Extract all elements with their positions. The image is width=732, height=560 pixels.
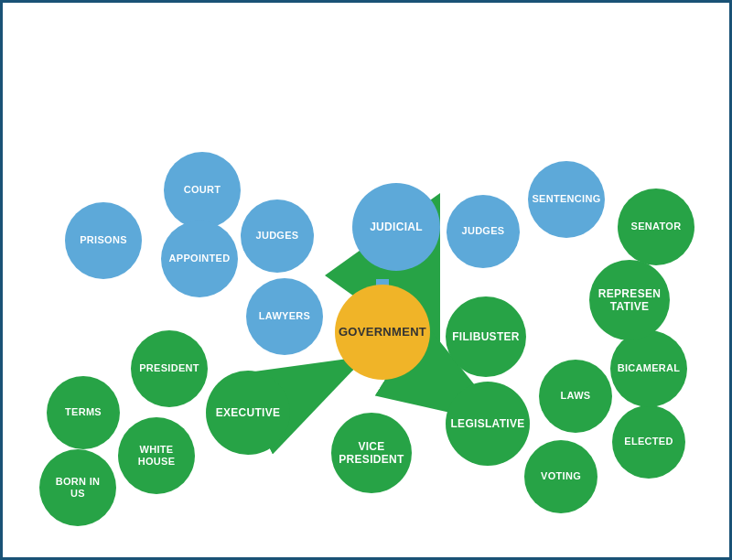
node-president: PRESIDENT xyxy=(131,330,208,407)
node-voting: VOTING xyxy=(524,440,597,513)
node-lawyers: LAWYERS xyxy=(246,278,323,355)
node-court: COURT xyxy=(164,152,241,229)
node-bornius: BORN INUS xyxy=(39,449,116,526)
map-area: GOVERNMENTJUDICIALCOURTJUDGESJUDGESSENTE… xyxy=(3,58,732,552)
node-vicepresident: VICEPRESIDENT xyxy=(331,413,412,493)
node-whitehouse: WHITEHOUSE xyxy=(118,417,195,494)
page-title xyxy=(3,3,729,19)
node-terms: TERMS xyxy=(47,376,120,449)
node-representative: REPRESENTATIVE xyxy=(589,260,670,340)
node-bicameral: BICAMERAL xyxy=(610,330,687,407)
svg-line-6 xyxy=(416,369,453,392)
node-laws: LAWS xyxy=(539,360,612,433)
node-filibuster: FILIBUSTER xyxy=(446,296,526,377)
page: GOVERNMENTJUDICIALCOURTJUDGESJUDGESSENTE… xyxy=(0,0,732,560)
node-elected: ELECTED xyxy=(612,405,685,479)
node-sentencing: SENTENCING xyxy=(528,161,605,238)
node-executive: EXECUTIVE xyxy=(206,371,290,455)
node-government: GOVERNMENT xyxy=(335,285,430,380)
node-judicial: JUDICIAL xyxy=(352,183,440,271)
node-legislative: LEGISLATIVE xyxy=(446,382,530,466)
svg-line-5 xyxy=(309,364,350,385)
node-senator: SENATOR xyxy=(618,188,694,265)
node-appointed: APPOINTED xyxy=(161,221,238,297)
node-prisons: PRISONS xyxy=(65,202,142,279)
node-judges1: JUDGES xyxy=(241,199,314,273)
node-judges2: JUDGES xyxy=(447,195,520,268)
